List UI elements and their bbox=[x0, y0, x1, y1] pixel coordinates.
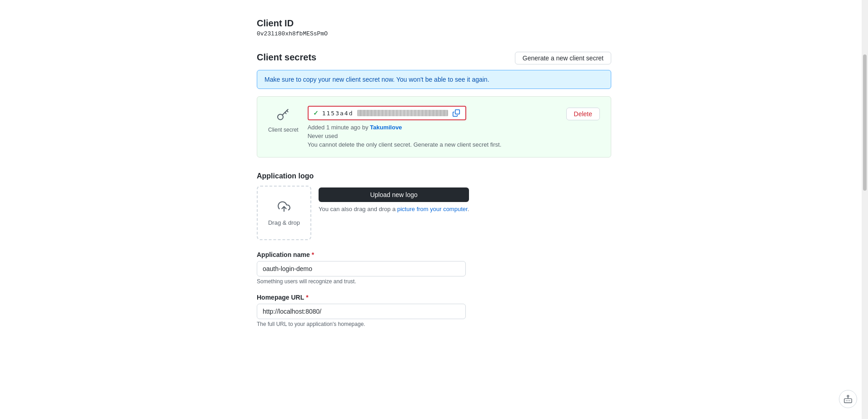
drag-drop-hint: You can also drag and drop a picture fro… bbox=[319, 206, 469, 212]
secret-delete-warning: You cannot delete the only client secret… bbox=[308, 141, 557, 148]
key-icon-wrapper: Client secret bbox=[268, 106, 299, 133]
secret-prefix: 1153a4d bbox=[322, 110, 354, 117]
check-icon: ✓ bbox=[313, 109, 319, 117]
scrollbar-track bbox=[862, 0, 868, 355]
secret-value-box: ✓ 1153a4d bbox=[308, 106, 466, 120]
delete-secret-button[interactable]: Delete bbox=[566, 108, 600, 120]
homepage-url-input[interactable] bbox=[257, 304, 466, 319]
secret-value-row: ✓ 1153a4d bbox=[308, 106, 557, 120]
client-secret-label: Client secret bbox=[268, 127, 299, 133]
app-name-section: Application name * Something users will … bbox=[257, 251, 611, 285]
client-secrets-label: Client secrets bbox=[257, 52, 316, 63]
homepage-url-label: Homepage URL * bbox=[257, 294, 611, 301]
scrollbar-thumb[interactable] bbox=[863, 54, 867, 191]
app-logo-section: Application logo Drag & drop Upload new … bbox=[257, 172, 611, 240]
app-name-required: * bbox=[312, 251, 314, 258]
secret-details: ✓ 1153a4d Added 1 minute ago by Takumilo… bbox=[308, 106, 557, 148]
app-logo-label: Application logo bbox=[257, 172, 611, 180]
copy-secret-banner: Make sure to copy your new client secret… bbox=[257, 70, 611, 89]
client-secrets-section: Client secrets Generate a new client sec… bbox=[257, 52, 611, 158]
drag-drop-link[interactable]: picture from your computer bbox=[397, 206, 468, 212]
logo-upload-area: Drag & drop Upload new logo You can also… bbox=[257, 186, 611, 240]
upload-icon bbox=[278, 200, 290, 216]
client-id-value: 0v23li80xh8fbMESsPmO bbox=[257, 30, 611, 37]
upload-controls: Upload new logo You can also drag and dr… bbox=[319, 186, 469, 212]
secret-added-by-user: Takumilove bbox=[370, 124, 402, 131]
app-name-label: Application name * bbox=[257, 251, 611, 258]
secret-added-meta: Added 1 minute ago by Takumilove bbox=[308, 124, 557, 131]
secret-blurred-value bbox=[357, 110, 448, 116]
app-name-input[interactable] bbox=[257, 261, 466, 276]
client-id-section: Client ID 0v23li80xh8fbMESsPmO bbox=[257, 18, 611, 37]
app-name-hint: Something users will recognize and trust… bbox=[257, 278, 611, 285]
copy-secret-button[interactable] bbox=[452, 108, 461, 118]
drag-drop-label: Drag & drop bbox=[268, 219, 300, 226]
secret-card: Client secret ✓ 1153a4d bbox=[257, 96, 611, 158]
drag-drop-area[interactable]: Drag & drop bbox=[257, 186, 311, 240]
homepage-url-section: Homepage URL * The full URL to your appl… bbox=[257, 294, 611, 327]
generate-secret-button[interactable]: Generate a new client secret bbox=[515, 52, 611, 64]
homepage-url-required: * bbox=[306, 294, 308, 301]
secret-never-used: Never used bbox=[308, 133, 557, 139]
client-secrets-header: Client secrets Generate a new client sec… bbox=[257, 52, 611, 64]
homepage-url-hint: The full URL to your application's homep… bbox=[257, 321, 611, 327]
delete-btn-wrapper: Delete bbox=[566, 106, 600, 120]
key-icon bbox=[274, 106, 292, 124]
client-id-label: Client ID bbox=[257, 18, 611, 29]
upload-new-logo-button[interactable]: Upload new logo bbox=[319, 187, 469, 202]
